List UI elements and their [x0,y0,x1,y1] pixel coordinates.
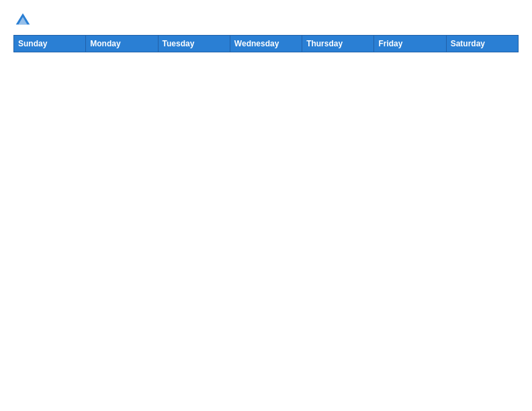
day-of-week-header: Saturday [446,36,518,52]
calendar-table: SundayMondayTuesdayWednesdayThursdayFrid… [13,35,519,402]
day-of-week-header: Monday [86,36,158,52]
page: SundayMondayTuesdayWednesdayThursdayFrid… [0,0,532,411]
day-of-week-header: Sunday [14,36,86,52]
header [13,11,519,30]
day-of-week-header: Wednesday [230,36,302,52]
calendar-header-row: SundayMondayTuesdayWednesdayThursdayFrid… [14,36,519,52]
day-of-week-header: Thursday [302,36,374,52]
day-of-week-header: Friday [374,36,446,52]
day-of-week-header: Tuesday [158,36,230,52]
logo [13,11,35,30]
logo-icon [13,11,32,30]
